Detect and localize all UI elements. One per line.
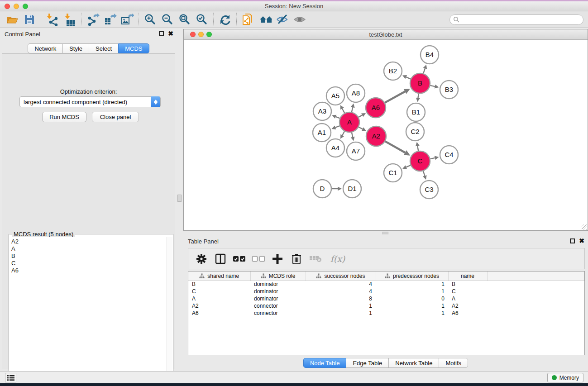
export-table-icon[interactable] xyxy=(103,13,117,26)
delete-column-trash-icon[interactable] xyxy=(289,252,304,266)
graph-edge[interactable] xyxy=(423,68,425,73)
tab-edge-table[interactable]: Edge Table xyxy=(346,358,388,368)
graph-edge[interactable] xyxy=(430,158,435,159)
zoom-in-icon[interactable] xyxy=(143,13,157,26)
optimization-criterion-dropdown[interactable]: largest connected component (directed) xyxy=(19,96,161,107)
table-settings-gear-icon[interactable] xyxy=(194,252,209,266)
create-column-plus-icon[interactable] xyxy=(270,252,285,266)
table-row[interactable]: Cdominator41C xyxy=(188,288,584,295)
window-titlebar[interactable]: Session: New Session xyxy=(0,1,588,11)
graph-edge[interactable] xyxy=(342,109,344,113)
window-resize-grip[interactable] xyxy=(582,224,587,230)
export-network-icon[interactable] xyxy=(86,13,100,26)
graph-edge[interactable] xyxy=(359,127,363,129)
toolbar-separator xyxy=(213,13,214,26)
memory-button[interactable]: Memory xyxy=(547,373,583,382)
result-list-scrollbar[interactable] xyxy=(167,237,172,386)
import-network-icon[interactable] xyxy=(46,13,59,26)
save-session-icon[interactable] xyxy=(23,13,36,26)
graph-edge[interactable] xyxy=(336,117,340,119)
graph-edge[interactable] xyxy=(417,146,418,151)
col-shared-name[interactable]: shared name xyxy=(188,272,250,281)
graph-node-label: D1 xyxy=(348,185,356,192)
graph-edge[interactable] xyxy=(352,107,353,112)
column-type-icon xyxy=(316,273,321,279)
graph-edge[interactable] xyxy=(385,141,405,152)
delete-table-icon[interactable] xyxy=(308,252,323,266)
float-table-panel-icon[interactable] xyxy=(570,238,575,243)
col-successor-nodes[interactable]: successor nodes xyxy=(306,272,376,281)
show-all-icon[interactable] xyxy=(293,13,306,26)
result-list-item[interactable]: A xyxy=(11,245,164,253)
tab-node-table[interactable]: Node Table xyxy=(303,358,346,368)
graph-edge[interactable] xyxy=(352,132,353,137)
select-all-columns-icon[interactable] xyxy=(232,252,247,266)
zoom-fit-icon[interactable] xyxy=(178,13,191,26)
run-mcds-button[interactable]: Run MCDS xyxy=(42,112,86,122)
network-window-titlebar[interactable]: testGlobe.txt xyxy=(184,29,588,40)
import-table-icon[interactable] xyxy=(63,13,76,26)
table-row[interactable]: Bdominator41B xyxy=(188,281,584,288)
search-input[interactable] xyxy=(460,16,583,24)
table-row[interactable]: A2connector11A2 xyxy=(188,302,584,310)
graph-edge[interactable] xyxy=(430,86,435,86)
graph-edge[interactable] xyxy=(335,126,340,128)
window-title: Session: New Session xyxy=(0,3,588,10)
table-row[interactable]: A6connector11A6 xyxy=(188,310,584,317)
dropdown-stepper-icon[interactable] xyxy=(151,96,160,107)
toolbar-separator xyxy=(139,13,139,26)
graph-edge[interactable] xyxy=(418,94,418,98)
graph-edge[interactable] xyxy=(342,131,344,135)
network-view-window[interactable]: testGlobe.txt B4B2BB3A5A8A6B1A3AC2A1A2A4… xyxy=(183,29,588,231)
float-panel-icon[interactable] xyxy=(159,31,164,36)
search-field[interactable] xyxy=(449,14,583,25)
graph-edge[interactable] xyxy=(406,165,411,167)
graph-edge[interactable] xyxy=(359,115,362,117)
close-panel-button[interactable]: Close panel xyxy=(92,112,139,122)
column-type-icon xyxy=(199,273,205,279)
graph-node-label: A7 xyxy=(352,147,360,155)
tab-style[interactable]: Style xyxy=(62,43,89,53)
first-neighbors-icon[interactable] xyxy=(258,13,272,26)
result-list-item[interactable]: A2 xyxy=(11,238,164,245)
result-list-item[interactable]: B xyxy=(11,253,164,260)
table-row[interactable]: Adominator80A xyxy=(188,295,584,302)
table-header-row[interactable]: shared name MCDS role successor nodes pr… xyxy=(188,272,584,281)
tab-mcds[interactable]: MCDS xyxy=(118,43,149,53)
export-image-icon[interactable] xyxy=(120,13,134,26)
vertical-split-handle[interactable] xyxy=(177,195,182,202)
col-mcds-role[interactable]: MCDS role xyxy=(250,272,306,281)
tab-network[interactable]: Network xyxy=(28,43,62,53)
graph-edge[interactable] xyxy=(406,77,411,79)
graph-edge-arrowhead xyxy=(351,137,355,141)
optimization-criterion-label: Optimization criterion: xyxy=(2,88,175,95)
result-list-item[interactable]: C xyxy=(11,260,164,267)
graph-node-label: C xyxy=(418,157,423,165)
graph-edge[interactable] xyxy=(385,91,405,103)
unselect-all-columns-icon[interactable] xyxy=(251,252,266,266)
close-table-panel-icon[interactable]: ✖ xyxy=(579,238,584,243)
node-table[interactable]: shared name MCDS role successor nodes pr… xyxy=(188,271,585,355)
zoom-selected-icon[interactable] xyxy=(195,13,209,26)
hide-selection-icon[interactable] xyxy=(276,13,289,26)
task-history-button[interactable] xyxy=(5,373,16,382)
mcds-result-list[interactable]: A2ABCA6 xyxy=(10,237,166,386)
tab-select[interactable]: Select xyxy=(89,43,118,53)
close-panel-icon[interactable]: ✖ xyxy=(168,31,173,36)
tab-motifs[interactable]: Motifs xyxy=(439,358,468,368)
network-from-selection-icon[interactable] xyxy=(241,13,255,26)
network-canvas[interactable]: B4B2BB3A5A8A6B1A3AC2A1A2A4A7C4CC1C3DD1 xyxy=(184,40,588,230)
result-list-item[interactable]: A6 xyxy=(11,267,164,274)
col-name[interactable]: name xyxy=(448,272,487,281)
open-session-icon[interactable] xyxy=(5,13,19,26)
column-type-icon xyxy=(261,273,266,279)
show-columns-icon[interactable] xyxy=(213,252,228,266)
graph-edge[interactable] xyxy=(423,171,425,176)
col-predecessor-nodes[interactable]: predecessor nodes xyxy=(376,272,448,281)
network-window-title: testGlobe.txt xyxy=(184,31,588,38)
apply-layout-icon[interactable] xyxy=(218,13,232,26)
zoom-out-icon[interactable] xyxy=(161,13,174,26)
graph-node-label: A6 xyxy=(372,104,380,111)
function-builder-icon[interactable]: f(x) xyxy=(327,252,348,266)
tab-network-table[interactable]: Network Table xyxy=(388,358,439,368)
